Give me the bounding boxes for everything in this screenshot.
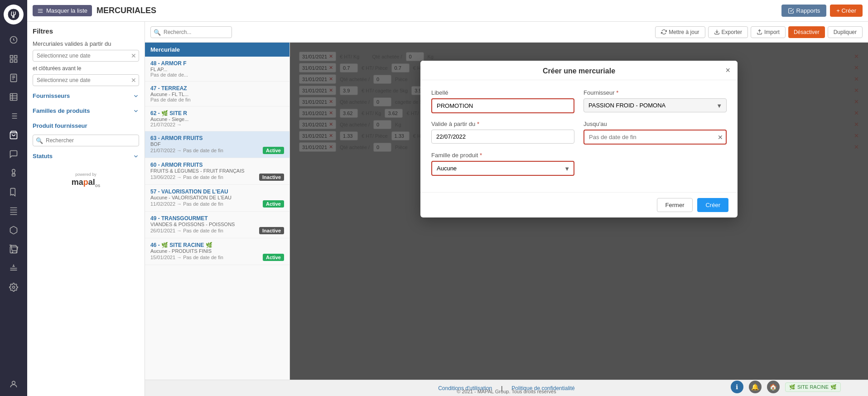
libelle-input[interactable] (431, 98, 574, 113)
svg-rect-4 (10, 60, 13, 63)
search-icon: 🔍 (36, 137, 43, 144)
detail-area: 31/01/2021 ✕ € HT/ Kg Qté achetée / 0 Kg… (290, 43, 868, 380)
status-badge: Active (263, 200, 284, 208)
creer-top-button[interactable]: + Créer (830, 5, 863, 17)
nav-box-icon[interactable] (5, 222, 23, 238)
nav-receipt-icon[interactable] (5, 184, 23, 200)
creer-modal-button[interactable]: Créer (697, 198, 728, 212)
fournisseur-group: Fournisseur * PASSION FROID - POMONA (583, 89, 727, 113)
modal-form-row-3: Famille de produit * Aucune ▼ (431, 152, 727, 176)
nav-dashboard-icon[interactable] (5, 51, 23, 67)
footer: Conditions d'utilisation | Politique de … (145, 380, 868, 396)
nav-chef-icon[interactable] (5, 165, 23, 181)
libelle-label: Libellé (431, 89, 574, 96)
nav-home-icon[interactable] (5, 32, 23, 48)
valide-from-input[interactable] (431, 130, 574, 144)
famille-group: Famille de produit * Aucune ▼ (431, 152, 574, 176)
status-badge: Inactive (259, 227, 284, 234)
site-badge: 🌿 SITE RACINE 🌿 (785, 382, 841, 392)
product-families-filter-header[interactable]: Familles de produits (33, 105, 139, 117)
famille-label: Famille de produit * (431, 152, 574, 159)
supplier-product-filter-group: Produit fournisseur 🔍 (33, 120, 139, 146)
statuts-filter-group: Statuts (33, 150, 139, 162)
svg-point-9 (12, 252, 13, 253)
create-mercuriale-modal: Créer une mercuriale × Libellé (420, 61, 738, 217)
product-families-filter-group: Familles de produits (33, 105, 139, 117)
list-second-header: 🔍 Mettre à jour Exporter (145, 22, 868, 43)
fournisseur-select[interactable]: PASSION FROID - POMONA (583, 98, 727, 112)
list-item[interactable]: 49 - TRANSGOURMET VIANDES & POISSONS - P… (145, 212, 289, 238)
modal-form-row-1: Libellé Fournisseur * (431, 89, 727, 113)
import-button[interactable]: Import (751, 26, 786, 38)
modal-title: Créer une mercuriale (543, 67, 615, 75)
list-content: Mercuriale 48 - ARMOR F FL AP... Pas de … (145, 43, 868, 380)
fermer-button[interactable]: Fermer (657, 198, 693, 212)
valid-from-clear-button[interactable]: ✕ (131, 52, 136, 59)
famille-select[interactable]: Aucune (431, 161, 574, 176)
nav-cart-icon[interactable] (5, 241, 23, 257)
page-title: MERCURIALES (96, 6, 776, 15)
list-search-input[interactable] (150, 26, 232, 38)
valid-from-date-input[interactable] (33, 50, 139, 62)
valide-from-group: Valide à partir du * (431, 121, 574, 145)
rapports-button[interactable]: Rapports (781, 5, 827, 17)
main-area: Masquer la liste MERCURIALES Rapports + … (27, 0, 868, 396)
list-item[interactable]: 57 - VALORISATION DE L'EAU Aucune - VALO… (145, 185, 289, 212)
dupliquer-button[interactable]: Dupliquer (828, 26, 863, 38)
list-item[interactable]: 46 - 🌿 SITE RACINE 🌿 Aucune - PRODUITS F… (145, 238, 289, 265)
footer-icons: ℹ 🔔 🏠 🌿 SITE RACINE 🌿 (731, 381, 841, 393)
nav-table-icon[interactable] (5, 89, 23, 105)
list-item[interactable]: 62 - 🌿 SITE R Aucune - Siege... 21/07/20… (145, 106, 289, 131)
modal-overlay: Créer une mercuriale × Libellé (290, 43, 868, 380)
list-item[interactable]: 48 - ARMOR F FL AP... Pas de date de... (145, 57, 289, 82)
svg-rect-5 (14, 60, 17, 63)
desactiver-button[interactable]: Désactiver (788, 26, 825, 38)
nav-list-icon[interactable] (5, 108, 23, 124)
nav-chat-icon[interactable] (5, 146, 23, 162)
fournisseur-label: Fournisseur * (583, 89, 727, 96)
nav-merc-icon[interactable] (5, 127, 23, 143)
list-item[interactable]: 60 - ARMOR FRUITS FRUITS & LÉGUMES - FRU… (145, 158, 289, 185)
supplier-product-filter-header[interactable]: Produit fournisseur (33, 120, 139, 132)
filters-sidebar: Filtres Mercuriales valides à partir du … (27, 22, 145, 396)
mettre-a-jour-button[interactable]: Mettre à jour (655, 26, 705, 38)
nav-doc-icon[interactable] (5, 70, 23, 86)
suppliers-filter-header[interactable]: Fournisseurs (33, 90, 139, 102)
nav-settings-icon[interactable] (5, 279, 23, 295)
svg-point-10 (16, 252, 17, 253)
filters-title: Filtres (33, 27, 139, 35)
exporter-button[interactable]: Exporter (708, 26, 748, 38)
nav-user-icon[interactable] (5, 376, 23, 392)
libelle-group: Libellé (431, 89, 574, 113)
status-badge: Active (263, 254, 284, 261)
list-tab: Mercuriale (145, 43, 289, 57)
home-icon-button[interactable]: 🏠 (767, 381, 780, 393)
list-area: 🔍 Mettre à jour Exporter (145, 22, 868, 396)
famille-select-wrapper: Aucune ▼ (431, 161, 574, 176)
notification-icon-button[interactable]: 🔔 (749, 381, 762, 393)
mercuriales-list: Mercuriale 48 - ARMOR F FL AP... Pas de … (145, 43, 290, 380)
list-item[interactable]: 47 - TERREAZ Aucune - FL TL... Pas de da… (145, 82, 289, 106)
statuts-filter-header[interactable]: Statuts (33, 150, 139, 162)
closed-before-clear-button[interactable]: ✕ (131, 77, 136, 84)
modal-close-button[interactable]: × (725, 66, 730, 75)
nav-menu-icon[interactable] (5, 203, 23, 219)
jusquau-input[interactable] (583, 130, 727, 145)
top-header-actions: Rapports + Créer (781, 5, 863, 17)
jusquau-clear-button[interactable]: ✕ (718, 134, 723, 141)
svg-rect-3 (14, 56, 17, 58)
closed-before-date-wrapper: ✕ (33, 74, 139, 86)
svg-point-12 (12, 381, 15, 384)
closed-before-label: et clôturées avant le (33, 65, 139, 72)
valid-from-date-wrapper: ✕ (33, 50, 139, 62)
closed-before-date-input[interactable] (33, 74, 139, 86)
modal-footer: Fermer Créer (420, 192, 738, 217)
nav-kitchen-icon[interactable] (5, 260, 23, 276)
icon-sidebar (0, 0, 27, 396)
info-icon-button[interactable]: ℹ (731, 381, 743, 393)
hide-list-button[interactable]: Masquer la liste (33, 5, 92, 16)
list-item[interactable]: 63 - ARMOR FRUITS BOF 21/07/2022 → Pas d… (145, 131, 289, 158)
svg-point-11 (13, 286, 15, 289)
supplier-product-search-input[interactable] (33, 135, 139, 146)
mapal-logo: powered by mapalos (33, 165, 139, 192)
